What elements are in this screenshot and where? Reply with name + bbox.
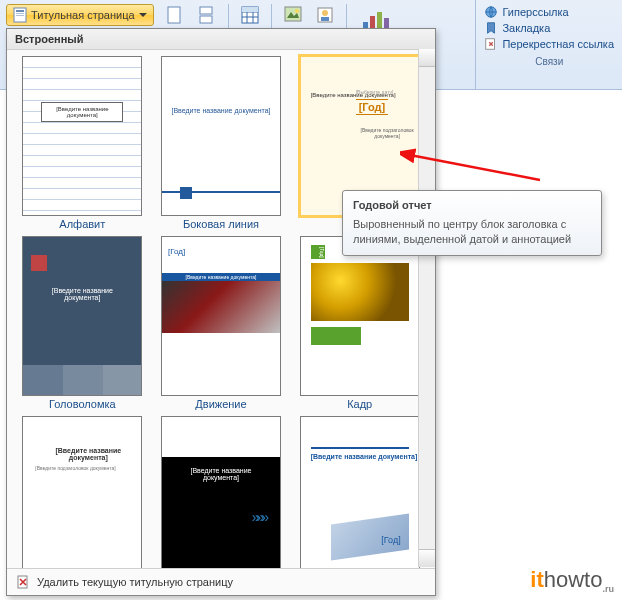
title-page-label: Титульная страница xyxy=(31,9,135,21)
svg-rect-6 xyxy=(200,16,212,23)
cover-page-dropdown-panel: Встроенный [Введите название документа] … xyxy=(6,28,436,596)
delete-page-icon xyxy=(15,574,31,590)
thumbnail: [Введите название документа] [Введите по… xyxy=(22,416,142,568)
svg-point-15 xyxy=(295,9,299,13)
picture-icon[interactable] xyxy=(280,4,306,26)
blank-page-icon[interactable] xyxy=(162,4,188,26)
tooltip-title: Годовой отчет xyxy=(353,199,591,211)
gallery-caption: Боковая линия xyxy=(154,218,289,230)
bookmark-icon xyxy=(484,21,498,35)
svg-rect-1 xyxy=(16,10,24,12)
tooltip-body: Выровненный по центру блок заголовка с л… xyxy=(353,217,591,247)
thumbnail: [Введите название документа] xyxy=(22,236,142,396)
crossref-icon xyxy=(484,37,498,51)
bookmark-label: Закладка xyxy=(502,22,550,34)
svg-rect-3 xyxy=(16,15,24,16)
gallery-item-dvizhenie[interactable]: [Год] [Введите название документа] Движе… xyxy=(154,236,289,410)
thumbnail: [Введите название документа] xyxy=(161,56,281,216)
svg-rect-13 xyxy=(285,7,301,21)
thumbnail: [Введите название документа] xyxy=(22,56,142,216)
gallery-item-golovolomka[interactable]: [Введите название документа] Головоломка xyxy=(15,236,150,410)
svg-point-17 xyxy=(322,10,328,16)
crossref-button[interactable]: Перекрестная ссылка xyxy=(484,36,614,52)
svg-rect-5 xyxy=(200,7,212,14)
gallery-item-kontrast[interactable]: [Введите название документа] »»» Контрас… xyxy=(154,416,289,568)
crossref-label: Перекрестная ссылка xyxy=(502,38,614,50)
gallery-caption: Головоломка xyxy=(15,398,150,410)
table-icon[interactable] xyxy=(237,4,263,26)
gallery-item-kubiki[interactable]: [Введите название документа] [Год] Кубик… xyxy=(292,416,427,568)
links-group-label: Связи xyxy=(484,56,614,67)
gallery-item-konserv[interactable]: [Введите название документа] [Введите по… xyxy=(15,416,150,568)
scrollbar[interactable] xyxy=(418,49,435,567)
chevron-down-icon xyxy=(139,13,147,17)
links-group: Гиперссылка Закладка Перекрестная ссылка… xyxy=(475,0,622,89)
thumbnail: [Введите название документа] [Год] xyxy=(300,416,420,568)
bookmark-button[interactable]: Закладка xyxy=(484,20,614,36)
thumbnail: [Год] xyxy=(300,236,420,396)
gallery-section-header: Встроенный xyxy=(7,29,435,50)
clipart-icon[interactable] xyxy=(312,4,338,26)
hyperlink-button[interactable]: Гиперссылка xyxy=(484,4,614,20)
watermark: ithowto.ru xyxy=(530,567,614,594)
thumbnail: [Год] [Введите название документа] xyxy=(161,236,281,396)
svg-rect-2 xyxy=(16,13,24,14)
gallery-item-kadr[interactable]: [Год] Кадр xyxy=(292,236,427,410)
gallery-caption: Кадр xyxy=(292,398,427,410)
gallery-item-bokovaya[interactable]: [Введите название документа] Боковая лин… xyxy=(154,56,289,230)
tooltip: Годовой отчет Выровненный по центру блок… xyxy=(342,190,602,256)
page-icon xyxy=(13,7,27,23)
gallery-item-alfavit[interactable]: [Введите название документа] Алфавит xyxy=(15,56,150,230)
cover-page-gallery: [Введите название документа] Алфавит [Вв… xyxy=(7,50,435,568)
svg-rect-18 xyxy=(321,17,329,21)
title-page-dropdown-button[interactable]: Титульная страница xyxy=(6,4,154,26)
globe-link-icon xyxy=(484,5,498,19)
gallery-caption: Движение xyxy=(154,398,289,410)
hyperlink-label: Гиперссылка xyxy=(502,6,568,18)
svg-rect-12 xyxy=(242,7,258,12)
delete-cover-page-label: Удалить текущую титульную страницу xyxy=(37,576,233,588)
thumbnail: [Введите название документа] »»» xyxy=(161,416,281,568)
page-break-icon[interactable] xyxy=(194,4,220,26)
svg-rect-4 xyxy=(168,7,180,23)
delete-cover-page-item[interactable]: Удалить текущую титульную страницу xyxy=(7,568,435,595)
gallery-caption: Алфавит xyxy=(15,218,150,230)
